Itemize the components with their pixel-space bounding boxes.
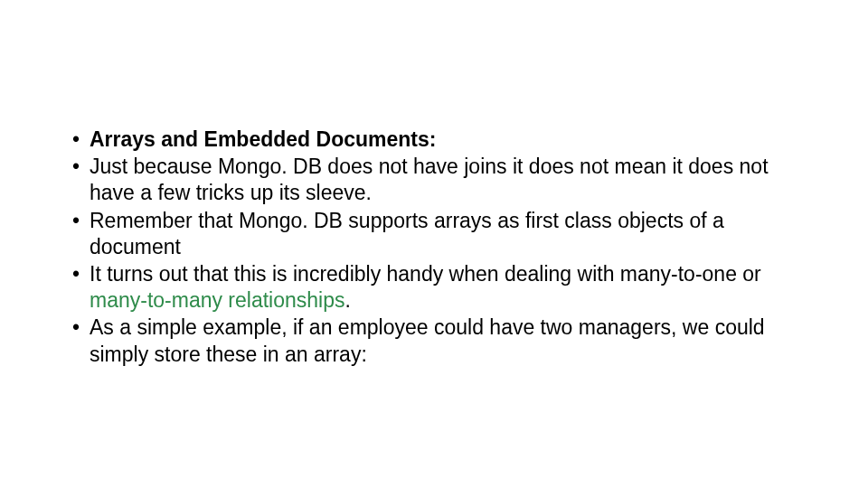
bullet-text-4-green: many-to-many relationships bbox=[90, 288, 345, 312]
bullet-text-2: Just because Mongo. DB does not have joi… bbox=[90, 155, 769, 204]
bullet-text-4-post: . bbox=[345, 288, 351, 312]
bullet-item-1: Arrays and Embedded Documents: bbox=[68, 127, 800, 153]
bullet-text-3: Remember that Mongo. DB supports arrays … bbox=[90, 209, 724, 258]
bullet-text-1: Arrays and Embedded Documents: bbox=[90, 127, 436, 151]
bullet-item-3: Remember that Mongo. DB supports arrays … bbox=[68, 208, 800, 260]
bullet-list: Arrays and Embedded Documents: Just beca… bbox=[68, 127, 800, 368]
bullet-item-5: As a simple example, if an employee coul… bbox=[68, 314, 800, 367]
bullet-text-5: As a simple example, if an employee coul… bbox=[90, 315, 765, 365]
bullet-item-4: It turns out that this is incredibly han… bbox=[68, 261, 800, 314]
bullet-text-4-pre: It turns out that this is incredibly han… bbox=[90, 262, 761, 286]
bullet-item-2: Just because Mongo. DB does not have joi… bbox=[68, 154, 800, 206]
